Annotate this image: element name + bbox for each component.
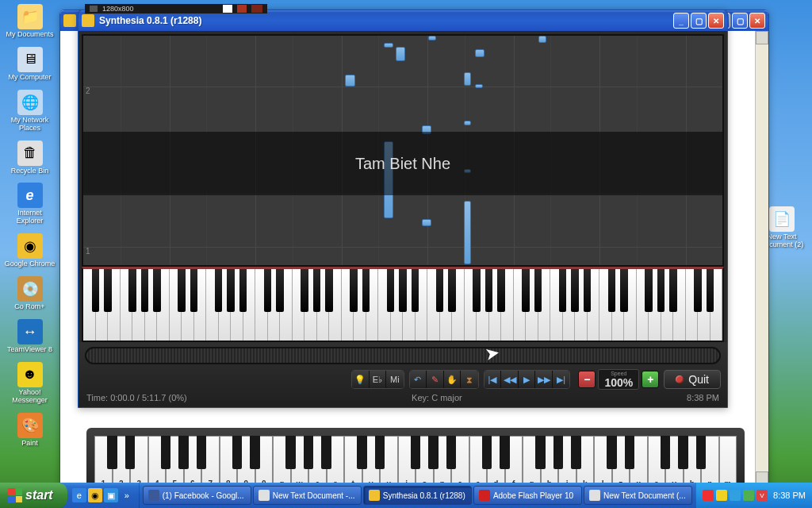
black-key[interactable] bbox=[645, 269, 653, 312]
tray-icon-2[interactable] bbox=[716, 490, 727, 501]
yahoo-icon[interactable]: ☻Yahoo! Messenger bbox=[4, 362, 56, 405]
scroll-up-arrow[interactable] bbox=[756, 31, 768, 44]
metronome-button[interactable]: ⧗ bbox=[461, 371, 477, 388]
black-key[interactable] bbox=[301, 269, 308, 312]
secondary-black-key[interactable] bbox=[250, 436, 260, 469]
secondary-black-key[interactable] bbox=[678, 436, 688, 469]
bg-maximize-button[interactable]: ▢ bbox=[732, 13, 748, 29]
black-key[interactable] bbox=[620, 269, 628, 312]
secondary-black-key[interactable] bbox=[625, 436, 635, 469]
black-key[interactable] bbox=[325, 269, 333, 312]
secondary-black-key[interactable] bbox=[125, 436, 136, 469]
secondary-black-key[interactable] bbox=[321, 436, 331, 469]
tray-clock[interactable]: 8:38 PM bbox=[773, 491, 806, 500]
speed-decrease-button[interactable]: − bbox=[578, 371, 596, 388]
black-key[interactable] bbox=[485, 269, 493, 312]
skip-end-button[interactable]: ▶| bbox=[553, 371, 569, 388]
play-button[interactable]: ▶ bbox=[519, 371, 536, 388]
secondary-black-key[interactable] bbox=[161, 436, 171, 469]
secondary-black-key[interactable] bbox=[696, 436, 707, 469]
ql-ie-icon[interactable]: e bbox=[72, 488, 86, 502]
black-key[interactable] bbox=[669, 269, 677, 312]
chrome-icon[interactable]: ◉Google Chrome bbox=[4, 233, 56, 268]
tray-vn-icon[interactable]: V bbox=[756, 490, 768, 501]
black-key[interactable] bbox=[362, 269, 370, 312]
hand-tool-button[interactable]: ✋ bbox=[444, 371, 462, 388]
my-computer-icon[interactable]: 🖥My Computer bbox=[4, 47, 56, 82]
ql-chrome-icon[interactable]: ◉ bbox=[88, 488, 102, 502]
black-key[interactable] bbox=[534, 269, 542, 312]
black-key[interactable] bbox=[313, 269, 321, 312]
black-key[interactable] bbox=[436, 269, 444, 312]
rec-toggle-icon[interactable] bbox=[90, 6, 98, 12]
recycle-bin-icon[interactable]: 🗑Recycle Bin bbox=[4, 140, 56, 175]
black-key[interactable] bbox=[92, 269, 100, 312]
secondary-black-key[interactable] bbox=[375, 436, 385, 469]
secondary-black-key[interactable] bbox=[304, 436, 314, 469]
rec-camera-icon[interactable] bbox=[223, 5, 232, 13]
black-key[interactable] bbox=[657, 269, 665, 312]
black-key[interactable] bbox=[412, 269, 419, 312]
black-key[interactable] bbox=[584, 269, 592, 312]
note-roll[interactable]: Tam Biet Nhe 2 1 bbox=[82, 34, 724, 267]
mark-button[interactable]: ✎ bbox=[427, 371, 444, 388]
teamviewer-icon[interactable]: ↔TeamViewer 8 bbox=[4, 319, 56, 354]
syn-minimize-button[interactable]: _ bbox=[673, 13, 689, 29]
fast-forward-button[interactable]: ▶▶ bbox=[535, 371, 553, 388]
black-key[interactable] bbox=[694, 269, 702, 312]
light-toggle-button[interactable]: 💡 bbox=[352, 371, 370, 388]
tray-icon-4[interactable] bbox=[743, 490, 754, 501]
secondary-black-key[interactable] bbox=[482, 436, 492, 469]
rec-pause-button[interactable] bbox=[251, 5, 262, 13]
black-key[interactable] bbox=[128, 269, 136, 312]
ql-desktop-icon[interactable]: ▣ bbox=[104, 488, 118, 502]
ql-more-icon[interactable]: » bbox=[120, 488, 134, 502]
black-key[interactable] bbox=[264, 269, 272, 312]
secondary-black-key[interactable] bbox=[553, 436, 564, 469]
taskbar-item[interactable]: New Text Document (... bbox=[584, 486, 692, 505]
black-key[interactable] bbox=[608, 269, 616, 312]
speed-increase-button[interactable]: + bbox=[642, 371, 659, 388]
black-key[interactable] bbox=[559, 269, 567, 312]
my-network-icon[interactable]: 🌐My Network Places bbox=[4, 90, 56, 133]
skip-start-button[interactable]: |◀ bbox=[485, 371, 502, 388]
black-key[interactable] bbox=[190, 269, 198, 312]
secondary-black-key[interactable] bbox=[571, 436, 581, 469]
ie-icon[interactable]: eInternet Explorer bbox=[4, 183, 56, 225]
secondary-black-key[interactable] bbox=[232, 436, 243, 469]
secondary-black-key[interactable] bbox=[107, 436, 117, 469]
rewind-button[interactable]: ◀◀ bbox=[501, 371, 519, 388]
secondary-black-key[interactable] bbox=[357, 436, 367, 469]
secondary-black-key[interactable] bbox=[500, 436, 510, 469]
secondary-black-key[interactable] bbox=[535, 436, 546, 469]
taskbar-item[interactable]: Synthesia 0.8.1 (r1288) bbox=[363, 486, 472, 505]
black-key[interactable] bbox=[473, 269, 481, 312]
taskbar-item[interactable]: (1) Facebook - Googl... bbox=[143, 486, 251, 505]
my-documents-icon[interactable]: 📁My Documents bbox=[4, 4, 56, 39]
main-piano-keyboard[interactable] bbox=[82, 267, 724, 342]
black-key[interactable] bbox=[153, 269, 161, 312]
syn-close-button[interactable]: ✕ bbox=[708, 13, 724, 29]
corom-icon[interactable]: 💿Co Rom+ bbox=[4, 276, 56, 311]
black-key[interactable] bbox=[387, 269, 395, 312]
note-label-mi-button[interactable]: Mi bbox=[386, 371, 403, 388]
black-key[interactable] bbox=[522, 269, 530, 312]
quit-button[interactable]: Quit bbox=[664, 370, 721, 389]
secondary-black-key[interactable] bbox=[178, 436, 189, 469]
black-key[interactable] bbox=[707, 269, 714, 312]
note-label-eb-button[interactable]: E♭ bbox=[370, 371, 387, 388]
black-key[interactable] bbox=[497, 269, 505, 312]
secondary-black-key[interactable] bbox=[411, 436, 421, 469]
black-key[interactable] bbox=[350, 269, 358, 312]
tray-icon-3[interactable] bbox=[730, 490, 741, 501]
secondary-black-key[interactable] bbox=[285, 436, 296, 469]
secondary-black-key[interactable] bbox=[446, 436, 457, 469]
paint-icon[interactable]: 🎨Paint bbox=[4, 413, 56, 448]
secondary-black-key[interactable] bbox=[661, 436, 671, 469]
secondary-black-key[interactable] bbox=[428, 436, 439, 469]
syn-maximize-button[interactable]: ▢ bbox=[691, 13, 707, 29]
progress-bar[interactable]: ➤ bbox=[85, 347, 721, 364]
black-key[interactable] bbox=[178, 269, 186, 312]
black-key[interactable] bbox=[276, 269, 284, 312]
undo-button[interactable]: ↶ bbox=[410, 371, 427, 388]
